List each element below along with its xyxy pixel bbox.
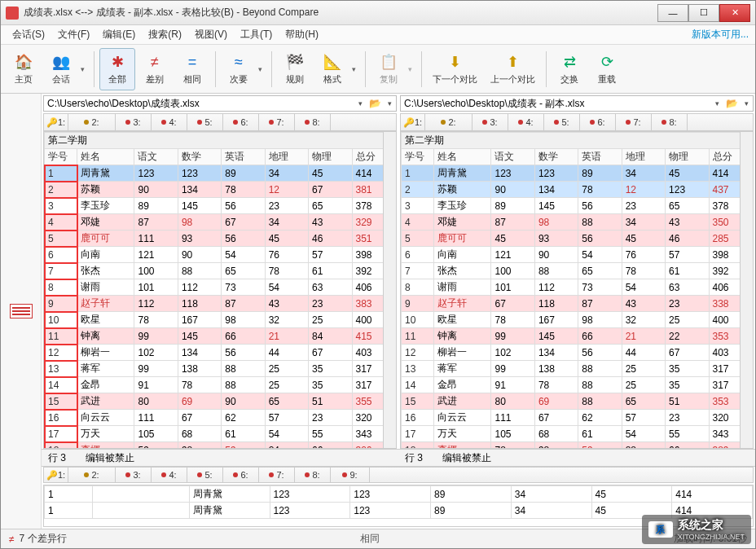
close-button[interactable]: ✕ [719, 4, 750, 22]
column-marker[interactable]: 8: [652, 114, 688, 130]
all-filter-button[interactable]: ✱全部 [99, 48, 135, 90]
table-row[interactable]: 17万天10568615455343 [402, 426, 753, 442]
menu-help[interactable]: 帮助(H) [280, 26, 323, 43]
table-row[interactable]: 14金昂9178882535317 [402, 377, 753, 393]
table-row[interactable]: 5鹿可可11193564546351 [45, 231, 396, 247]
column-marker[interactable]: 8: [295, 468, 331, 482]
format-button[interactable]: 📐格式 [314, 48, 350, 90]
next-diff-button[interactable]: ⬇下一个对比 [427, 48, 483, 90]
swap-button[interactable]: ⇄交换 [552, 48, 587, 90]
table-row[interactable]: 17万天10568615455343 [45, 426, 396, 442]
table-row[interactable]: 18李娜5998592466306 [45, 442, 396, 450]
table-row[interactable]: 16向云云11167625723320 [45, 410, 396, 426]
table-row[interactable]: 15武进8069906551355 [45, 393, 396, 410]
column-marker[interactable]: 8: [295, 114, 331, 130]
column-marker[interactable]: 9: [331, 468, 370, 482]
table-row[interactable]: 7张杰10088657861392 [402, 263, 753, 279]
column-marker[interactable]: 3: [472, 114, 508, 130]
copy-button[interactable]: 📋复制 [371, 48, 407, 90]
table-row[interactable]: 10欧星78167983225400 [402, 312, 753, 328]
table-row[interactable]: 5鹿可可4593564546285 [402, 231, 753, 247]
column-marker[interactable]: 5: [544, 114, 580, 130]
left-browse-icon[interactable]: 📂 [367, 98, 383, 109]
table-row[interactable]: 10欧星78167983225400 [45, 312, 396, 328]
left-scrollbar[interactable] [383, 132, 396, 448]
table-row[interactable]: 18李娜7898598866389 [402, 442, 753, 450]
table-row[interactable]: 12柳岩一102134564467403 [45, 345, 396, 361]
column-marker[interactable]: 3: [116, 468, 152, 482]
prev-diff-button[interactable]: ⬆上一个对比 [485, 48, 541, 90]
menu-session[interactable]: 会话(S) [7, 26, 50, 43]
table-row[interactable]: 16向云云11167625723320 [402, 410, 753, 426]
right-path-dropdown-icon[interactable]: ▾ [710, 99, 723, 108]
left-path-field[interactable]: ▾ 📂 ▾ [43, 95, 397, 112]
table-row[interactable]: 6向南12190547657398 [402, 247, 753, 263]
column-marker[interactable]: 2: [68, 114, 116, 130]
table-row[interactable]: 3李玉珍89145562365378 [45, 198, 396, 214]
table-row[interactable]: 1周青黛123123893445414 [45, 165, 396, 182]
right-browse-icon[interactable]: 📂 [723, 98, 740, 109]
table-row[interactable]: 3李玉珍89145562365378 [402, 198, 753, 214]
table-row[interactable]: 11钟离99145662122353 [402, 328, 753, 345]
table-row[interactable]: 8谢雨101112735463406 [402, 279, 753, 296]
minor-dropdown-icon[interactable]: ▾ [258, 65, 266, 73]
session-dropdown-icon[interactable]: ▾ [81, 65, 89, 73]
home-button[interactable]: 🏠主页 [6, 48, 42, 90]
column-marker[interactable]: 5: [187, 468, 223, 482]
table-row[interactable]: 7张杰10088657861392 [45, 263, 396, 279]
column-marker[interactable]: 3: [116, 114, 152, 130]
column-marker[interactable]: 2: [68, 468, 116, 482]
table-row[interactable]: 13蒋军99138882535317 [45, 361, 396, 377]
minor-filter-button[interactable]: ≈次要 [221, 48, 257, 90]
column-marker[interactable]: 7: [616, 114, 652, 130]
menu-tools[interactable]: 工具(T) [235, 26, 277, 43]
right-scrollbar[interactable] [740, 132, 753, 448]
right-browse-dropdown-icon[interactable]: ▾ [740, 99, 753, 108]
new-version-link[interactable]: 新版本可用... [692, 28, 749, 42]
column-marker[interactable]: 7: [259, 468, 295, 482]
minimize-button[interactable]: — [657, 4, 688, 22]
menu-edit[interactable]: 编辑(E) [98, 26, 140, 43]
menu-view[interactable]: 视图(V) [190, 26, 232, 43]
table-row[interactable]: 15武进8069886551353 [402, 393, 753, 410]
left-path-dropdown-icon[interactable]: ▾ [354, 99, 367, 108]
column-marker[interactable]: 4: [508, 114, 544, 130]
copy-dropdown-icon[interactable]: ▾ [408, 65, 416, 73]
table-row[interactable]: 4邓婕8798673443329 [45, 214, 396, 231]
table-row[interactable]: 13蒋军99138882535317 [402, 361, 753, 377]
format-dropdown-icon[interactable]: ▾ [352, 65, 360, 73]
column-marker[interactable]: 4: [152, 468, 187, 482]
column-marker[interactable]: 7: [259, 114, 295, 130]
menu-search[interactable]: 搜索(R) [143, 26, 187, 43]
left-grid-pane[interactable]: 第二学期学号姓名语文数学英语地理物理总分1周青黛1231238934454142… [43, 131, 397, 449]
table-row[interactable]: 14金昂9178882535317 [45, 377, 396, 393]
column-marker[interactable]: 6: [580, 114, 616, 130]
table-row[interactable]: 9赵子轩112118874323383 [45, 296, 396, 312]
column-marker[interactable]: 5: [187, 114, 223, 130]
same-filter-button[interactable]: =相同 [174, 48, 210, 90]
table-row[interactable]: 1周青黛123123893445414 [402, 165, 753, 182]
column-marker[interactable]: 6: [223, 114, 259, 130]
table-row[interactable]: 4邓婕8798883443350 [402, 214, 753, 231]
table-row[interactable]: 12柳岩一102134564467403 [402, 345, 753, 361]
table-row[interactable]: 6向南12190547657398 [45, 247, 396, 263]
column-marker[interactable]: 6: [223, 468, 259, 482]
session-button[interactable]: 👥会话 [43, 48, 79, 90]
table-row[interactable]: 11钟离99145662184415 [45, 328, 396, 345]
table-row[interactable]: 2苏颖90134781267381 [45, 182, 396, 198]
column-marker[interactable]: 🔑1: [44, 114, 68, 130]
right-grid-pane[interactable]: 第二学期学号姓名语文数学英语地理物理总分1周青黛1231238934454142… [400, 131, 754, 449]
menu-file[interactable]: 文件(F) [53, 26, 94, 43]
table-row[interactable]: 8谢雨101112735463406 [45, 279, 396, 296]
rules-button[interactable]: 🏁规则 [277, 48, 313, 90]
maximize-button[interactable]: ☐ [688, 4, 719, 22]
column-marker[interactable]: 🔑1: [44, 468, 68, 482]
right-path-input[interactable] [401, 96, 710, 111]
diff-filter-button[interactable]: ≠差别 [137, 48, 173, 90]
column-marker[interactable]: 🔑1: [401, 114, 425, 130]
table-row[interactable]: 9赵子轩67118874323338 [402, 296, 753, 312]
column-marker[interactable]: 4: [152, 114, 187, 130]
rules-thumbnail-panel[interactable] [1, 94, 42, 529]
left-path-input[interactable] [44, 96, 354, 111]
column-marker[interactable]: 2: [425, 114, 472, 130]
